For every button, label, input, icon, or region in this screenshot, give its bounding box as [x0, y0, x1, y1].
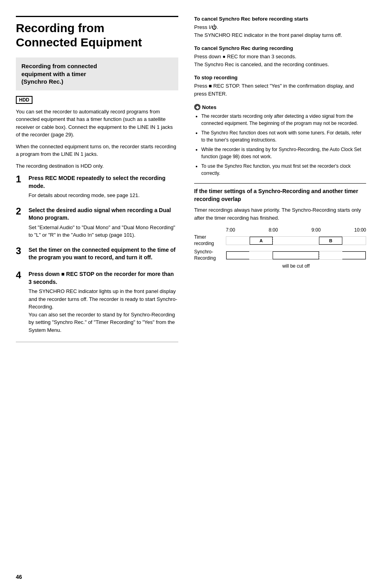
- title-line1: Recording from: [16, 21, 104, 34]
- stop-recording-body: Press ■ REC STOP. Then select "Yes" in t…: [194, 82, 366, 98]
- chart-time-labels: 7:00 8:00 9:00 10:00: [194, 227, 366, 233]
- step-2: 2 Select the desired audio signal when r…: [16, 207, 178, 239]
- note-2: The Synchro Rec function does not work w…: [201, 129, 366, 144]
- dashed-900-synchro: [319, 251, 319, 259]
- cancel-before-body2: The SYNCHRO REC indicator in the front p…: [194, 32, 342, 38]
- synchro-seg1: [226, 251, 249, 259]
- notes-icon: ◆: [194, 104, 200, 110]
- step-4: 4 Press down ■ REC STOP on the recorder …: [16, 270, 178, 334]
- note-1: The recorder starts recording only after…: [201, 113, 366, 127]
- cancel-before-heading: To cancel Synchro Rec before recording s…: [194, 16, 366, 22]
- chart-area: 7:00 8:00 9:00 10:00 Timer recording A: [194, 227, 366, 268]
- overlap-section-body: Timer recordings always have priority. T…: [194, 206, 366, 222]
- synchro-seg3: [342, 251, 366, 259]
- intro-para2: When the connected equipment turns on, t…: [16, 143, 178, 158]
- notes-title: ◆ Notes: [194, 104, 366, 110]
- step-4-number: 4: [16, 270, 25, 280]
- step-2-body: Set "External Audio" to "Dual Mono" and …: [29, 224, 178, 239]
- step-3-title: Set the timer on the connected equipment…: [29, 246, 178, 262]
- step-1-number: 1: [16, 174, 25, 184]
- notes-heading-text: Notes: [202, 104, 216, 110]
- chart-row-timer: Timer recording A B: [194, 234, 366, 247]
- timer-track: A B: [226, 236, 366, 245]
- synchro-track: [226, 251, 366, 260]
- time-800: 8:00: [269, 227, 278, 233]
- cancel-during-body1: Press down ● REC for more than 3 seconds…: [194, 54, 296, 59]
- page-container: Recording from Connected Equipment Recor…: [0, 0, 378, 362]
- bar-b: B: [319, 237, 342, 245]
- step-3: 3 Set the timer on the connected equipme…: [16, 246, 178, 263]
- step-4-title: Press down ■ REC STOP on the recorder fo…: [29, 270, 178, 286]
- bar-a: A: [250, 237, 273, 245]
- step-1-title: Press REC MODE repeatedly to select the …: [29, 174, 178, 190]
- step-3-content: Set the timer on the connected equipment…: [29, 246, 178, 263]
- section-box-title: Recording from connected equipment with …: [21, 62, 173, 86]
- page-title: Recording from Connected Equipment: [16, 16, 178, 50]
- left-column: Recording from Connected Equipment Recor…: [16, 16, 190, 346]
- cancel-during-section: To cancel Synchro Rec during recording P…: [194, 45, 366, 68]
- step-4-content: Press down ■ REC STOP on the recorder fo…: [29, 270, 178, 334]
- chart-row-synchro: Synchro- Recording: [194, 249, 366, 261]
- section-box-title-line2: equipment with a timer: [21, 71, 86, 77]
- cut-off-label: will be cut off: [194, 263, 366, 269]
- cancel-during-body: Press down ● REC for more than 3 seconds…: [194, 53, 366, 68]
- stop-recording-section: To stop recording Press ■ REC STOP. Then…: [194, 75, 366, 98]
- cancel-before-body1: Press I/⏻.: [194, 24, 218, 30]
- step-1-body: For details about recording mode, see pa…: [29, 192, 178, 199]
- section-box-title-line1: Recording from connected: [21, 63, 97, 69]
- timer-recording-label: Timer recording: [194, 234, 226, 247]
- synchro-recording-label: Synchro- Recording: [194, 249, 226, 261]
- cancel-during-heading: To cancel Synchro Rec during recording: [194, 45, 366, 51]
- note-4: To use the Synchro Rec function, you mus…: [201, 163, 366, 177]
- step-1: 1 Press REC MODE repeatedly to select th…: [16, 174, 178, 199]
- step-2-number: 2: [16, 207, 25, 216]
- cancel-during-body2: The Synchro Rec is canceled, and the rec…: [194, 61, 329, 67]
- divider: [16, 342, 178, 342]
- intro-para3: The recording destination is HDD only.: [16, 162, 178, 170]
- cancel-before-body: Press I/⏻. The SYNCHRO REC indicator in …: [194, 23, 366, 39]
- title-line2: Connected Equipment: [16, 36, 142, 49]
- steps-list: 1 Press REC MODE repeatedly to select th…: [16, 174, 178, 334]
- page-number: 46: [16, 574, 22, 580]
- step-2-title: Select the desired audio signal when rec…: [29, 207, 178, 222]
- notes-list: The recorder starts recording only after…: [194, 113, 366, 177]
- chart-rows: Timer recording A B Synchro- Recording: [194, 234, 366, 261]
- hdd-badge: HDD: [16, 96, 32, 104]
- synchro-seg2: [273, 251, 319, 259]
- step-1-content: Press REC MODE repeatedly to select the …: [29, 174, 178, 199]
- time-1000: 10:00: [354, 227, 366, 233]
- overlap-section-title: If the timer settings of a Synchro-Recor…: [194, 183, 366, 203]
- notes-section: ◆ Notes The recorder starts recording on…: [194, 104, 366, 177]
- cancel-before-section: To cancel Synchro Rec before recording s…: [194, 16, 366, 39]
- stop-recording-heading: To stop recording: [194, 75, 366, 80]
- intro-para1: You can set the recorder to automaticall…: [16, 108, 178, 139]
- time-900: 9:00: [311, 227, 321, 233]
- section-box-title-line3: (Synchro Rec.): [21, 78, 63, 85]
- step-4-body: The SYNCHRO REC indicator lights up in t…: [29, 287, 178, 334]
- time-700: 7:00: [226, 227, 235, 233]
- step-2-content: Select the desired audio signal when rec…: [29, 207, 178, 239]
- overlap-section: If the timer settings of a Synchro-Recor…: [194, 183, 366, 269]
- right-column: To cancel Synchro Rec before recording s…: [190, 16, 366, 346]
- dashed-800: [273, 237, 273, 245]
- note-3: While the recorder is standing by for Sy…: [201, 146, 366, 160]
- step-3-number: 3: [16, 246, 25, 256]
- section-box: Recording from connected equipment with …: [16, 57, 178, 90]
